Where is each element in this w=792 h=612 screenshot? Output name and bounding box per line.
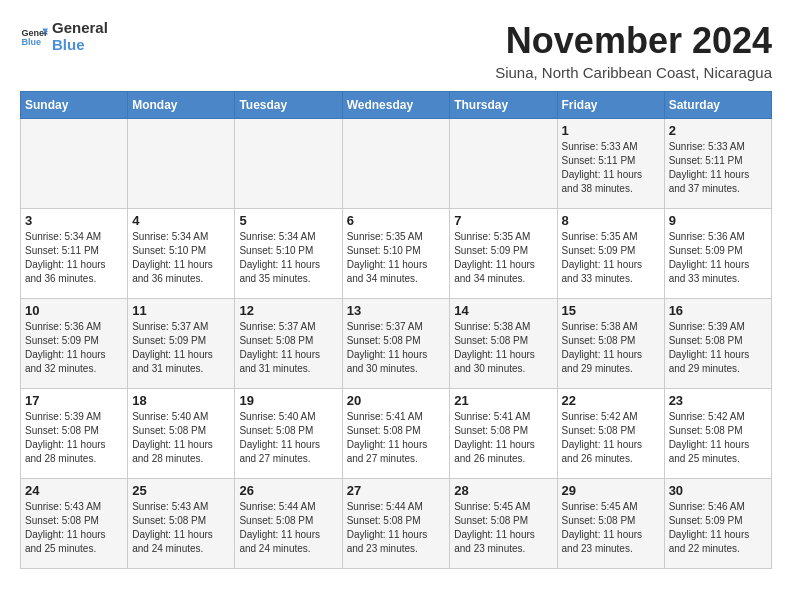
header-sunday: Sunday: [21, 92, 128, 119]
day-number: 12: [239, 303, 337, 318]
day-info: Sunrise: 5:37 AM Sunset: 5:09 PM Dayligh…: [132, 320, 230, 376]
calendar-cell: 12Sunrise: 5:37 AM Sunset: 5:08 PM Dayli…: [235, 299, 342, 389]
day-info: Sunrise: 5:34 AM Sunset: 5:10 PM Dayligh…: [239, 230, 337, 286]
calendar-week-row: 3Sunrise: 5:34 AM Sunset: 5:11 PM Daylig…: [21, 209, 772, 299]
day-number: 30: [669, 483, 767, 498]
day-number: 5: [239, 213, 337, 228]
day-info: Sunrise: 5:36 AM Sunset: 5:09 PM Dayligh…: [25, 320, 123, 376]
calendar-cell: 29Sunrise: 5:45 AM Sunset: 5:08 PM Dayli…: [557, 479, 664, 569]
month-title: November 2024: [495, 20, 772, 62]
day-number: 8: [562, 213, 660, 228]
day-info: Sunrise: 5:38 AM Sunset: 5:08 PM Dayligh…: [454, 320, 552, 376]
day-info: Sunrise: 5:45 AM Sunset: 5:08 PM Dayligh…: [562, 500, 660, 556]
day-number: 26: [239, 483, 337, 498]
calendar-cell: 4Sunrise: 5:34 AM Sunset: 5:10 PM Daylig…: [128, 209, 235, 299]
calendar-cell: 23Sunrise: 5:42 AM Sunset: 5:08 PM Dayli…: [664, 389, 771, 479]
day-info: Sunrise: 5:40 AM Sunset: 5:08 PM Dayligh…: [239, 410, 337, 466]
day-number: 21: [454, 393, 552, 408]
calendar-cell: 16Sunrise: 5:39 AM Sunset: 5:08 PM Dayli…: [664, 299, 771, 389]
day-number: 7: [454, 213, 552, 228]
calendar-cell: 17Sunrise: 5:39 AM Sunset: 5:08 PM Dayli…: [21, 389, 128, 479]
calendar-header-row: SundayMondayTuesdayWednesdayThursdayFrid…: [21, 92, 772, 119]
calendar-cell: 15Sunrise: 5:38 AM Sunset: 5:08 PM Dayli…: [557, 299, 664, 389]
day-info: Sunrise: 5:39 AM Sunset: 5:08 PM Dayligh…: [25, 410, 123, 466]
day-number: 27: [347, 483, 446, 498]
day-number: 10: [25, 303, 123, 318]
calendar-cell: 10Sunrise: 5:36 AM Sunset: 5:09 PM Dayli…: [21, 299, 128, 389]
day-info: Sunrise: 5:35 AM Sunset: 5:09 PM Dayligh…: [454, 230, 552, 286]
calendar-cell: 19Sunrise: 5:40 AM Sunset: 5:08 PM Dayli…: [235, 389, 342, 479]
day-info: Sunrise: 5:35 AM Sunset: 5:10 PM Dayligh…: [347, 230, 446, 286]
calendar-cell: 18Sunrise: 5:40 AM Sunset: 5:08 PM Dayli…: [128, 389, 235, 479]
day-info: Sunrise: 5:41 AM Sunset: 5:08 PM Dayligh…: [454, 410, 552, 466]
logo-general-text: General: [52, 20, 108, 37]
calendar-table: SundayMondayTuesdayWednesdayThursdayFrid…: [20, 91, 772, 569]
day-info: Sunrise: 5:36 AM Sunset: 5:09 PM Dayligh…: [669, 230, 767, 286]
day-info: Sunrise: 5:43 AM Sunset: 5:08 PM Dayligh…: [132, 500, 230, 556]
day-info: Sunrise: 5:43 AM Sunset: 5:08 PM Dayligh…: [25, 500, 123, 556]
header-monday: Monday: [128, 92, 235, 119]
day-info: Sunrise: 5:33 AM Sunset: 5:11 PM Dayligh…: [562, 140, 660, 196]
day-info: Sunrise: 5:44 AM Sunset: 5:08 PM Dayligh…: [239, 500, 337, 556]
calendar-cell: 5Sunrise: 5:34 AM Sunset: 5:10 PM Daylig…: [235, 209, 342, 299]
calendar-cell: [128, 119, 235, 209]
calendar-cell: 9Sunrise: 5:36 AM Sunset: 5:09 PM Daylig…: [664, 209, 771, 299]
day-info: Sunrise: 5:37 AM Sunset: 5:08 PM Dayligh…: [347, 320, 446, 376]
calendar-week-row: 1Sunrise: 5:33 AM Sunset: 5:11 PM Daylig…: [21, 119, 772, 209]
day-number: 2: [669, 123, 767, 138]
calendar-cell: 21Sunrise: 5:41 AM Sunset: 5:08 PM Dayli…: [450, 389, 557, 479]
calendar-cell: 22Sunrise: 5:42 AM Sunset: 5:08 PM Dayli…: [557, 389, 664, 479]
day-info: Sunrise: 5:35 AM Sunset: 5:09 PM Dayligh…: [562, 230, 660, 286]
day-number: 9: [669, 213, 767, 228]
day-info: Sunrise: 5:38 AM Sunset: 5:08 PM Dayligh…: [562, 320, 660, 376]
day-number: 13: [347, 303, 446, 318]
day-number: 11: [132, 303, 230, 318]
calendar-cell: 13Sunrise: 5:37 AM Sunset: 5:08 PM Dayli…: [342, 299, 450, 389]
calendar-cell: 28Sunrise: 5:45 AM Sunset: 5:08 PM Dayli…: [450, 479, 557, 569]
calendar-cell: 26Sunrise: 5:44 AM Sunset: 5:08 PM Dayli…: [235, 479, 342, 569]
logo-icon: General Blue: [20, 23, 48, 51]
calendar-cell: 27Sunrise: 5:44 AM Sunset: 5:08 PM Dayli…: [342, 479, 450, 569]
day-number: 15: [562, 303, 660, 318]
header-thursday: Thursday: [450, 92, 557, 119]
header-friday: Friday: [557, 92, 664, 119]
day-info: Sunrise: 5:41 AM Sunset: 5:08 PM Dayligh…: [347, 410, 446, 466]
day-number: 24: [25, 483, 123, 498]
calendar-cell: 11Sunrise: 5:37 AM Sunset: 5:09 PM Dayli…: [128, 299, 235, 389]
calendar-cell: 25Sunrise: 5:43 AM Sunset: 5:08 PM Dayli…: [128, 479, 235, 569]
calendar-cell: 3Sunrise: 5:34 AM Sunset: 5:11 PM Daylig…: [21, 209, 128, 299]
day-info: Sunrise: 5:34 AM Sunset: 5:10 PM Dayligh…: [132, 230, 230, 286]
day-number: 29: [562, 483, 660, 498]
header-saturday: Saturday: [664, 92, 771, 119]
day-info: Sunrise: 5:34 AM Sunset: 5:11 PM Dayligh…: [25, 230, 123, 286]
day-number: 14: [454, 303, 552, 318]
calendar-week-row: 17Sunrise: 5:39 AM Sunset: 5:08 PM Dayli…: [21, 389, 772, 479]
calendar-cell: [342, 119, 450, 209]
day-number: 16: [669, 303, 767, 318]
header-tuesday: Tuesday: [235, 92, 342, 119]
day-number: 18: [132, 393, 230, 408]
day-info: Sunrise: 5:40 AM Sunset: 5:08 PM Dayligh…: [132, 410, 230, 466]
day-info: Sunrise: 5:44 AM Sunset: 5:08 PM Dayligh…: [347, 500, 446, 556]
day-number: 20: [347, 393, 446, 408]
calendar-cell: 30Sunrise: 5:46 AM Sunset: 5:09 PM Dayli…: [664, 479, 771, 569]
logo: General Blue General Blue: [20, 20, 108, 53]
calendar-cell: 24Sunrise: 5:43 AM Sunset: 5:08 PM Dayli…: [21, 479, 128, 569]
calendar-cell: [450, 119, 557, 209]
calendar-week-row: 10Sunrise: 5:36 AM Sunset: 5:09 PM Dayli…: [21, 299, 772, 389]
header-wednesday: Wednesday: [342, 92, 450, 119]
day-info: Sunrise: 5:45 AM Sunset: 5:08 PM Dayligh…: [454, 500, 552, 556]
day-number: 1: [562, 123, 660, 138]
calendar-cell: 6Sunrise: 5:35 AM Sunset: 5:10 PM Daylig…: [342, 209, 450, 299]
day-number: 23: [669, 393, 767, 408]
calendar-cell: 14Sunrise: 5:38 AM Sunset: 5:08 PM Dayli…: [450, 299, 557, 389]
calendar-cell: [235, 119, 342, 209]
day-info: Sunrise: 5:33 AM Sunset: 5:11 PM Dayligh…: [669, 140, 767, 196]
svg-text:Blue: Blue: [21, 37, 41, 47]
day-number: 17: [25, 393, 123, 408]
day-number: 28: [454, 483, 552, 498]
day-info: Sunrise: 5:42 AM Sunset: 5:08 PM Dayligh…: [669, 410, 767, 466]
day-number: 22: [562, 393, 660, 408]
day-info: Sunrise: 5:42 AM Sunset: 5:08 PM Dayligh…: [562, 410, 660, 466]
calendar-cell: 2Sunrise: 5:33 AM Sunset: 5:11 PM Daylig…: [664, 119, 771, 209]
